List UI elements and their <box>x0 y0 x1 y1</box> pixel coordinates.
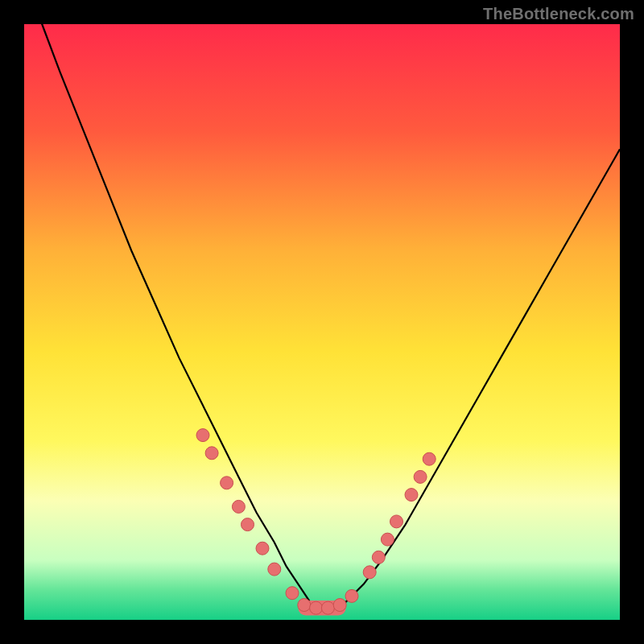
curve-marker <box>298 599 311 612</box>
curve-marker <box>423 452 436 465</box>
curve-marker <box>232 500 245 513</box>
curve-marker <box>205 447 218 460</box>
curve-marker <box>333 599 346 612</box>
curve-marker <box>381 533 394 546</box>
curve-marker <box>286 587 299 600</box>
curve-marker <box>390 515 403 528</box>
chart-overlay <box>24 24 620 620</box>
bottleneck-curve <box>24 0 620 608</box>
curve-marker <box>268 563 281 576</box>
chart-frame: TheBottleneck.com <box>0 0 644 644</box>
curve-marker <box>414 470 427 483</box>
curve-marker <box>196 429 209 442</box>
watermark-text: TheBottleneck.com <box>483 5 634 23</box>
curve-marker <box>310 601 323 614</box>
curve-marker <box>372 551 385 564</box>
curve-marker <box>242 518 254 531</box>
curve-marker <box>256 542 269 555</box>
curve-marker <box>363 566 376 579</box>
curve-markers <box>196 429 436 615</box>
curve-marker <box>321 601 334 614</box>
curve-marker <box>405 489 418 502</box>
curve-marker <box>221 477 233 489</box>
curve-marker <box>345 589 358 602</box>
